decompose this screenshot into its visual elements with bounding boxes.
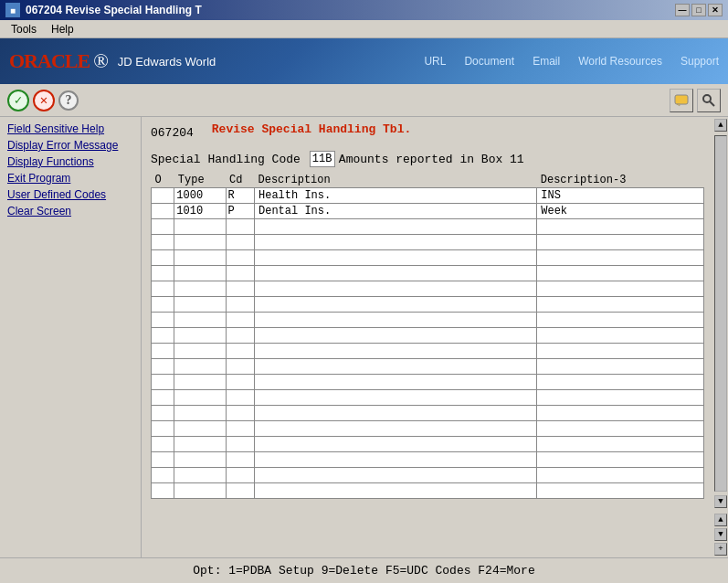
table-row[interactable]: 1000RHealth Ins.INS	[152, 188, 704, 204]
cell-cd[interactable]	[226, 281, 254, 297]
cell-description3[interactable]	[537, 437, 704, 452]
cell-cd[interactable]	[226, 297, 254, 313]
cell-o[interactable]	[152, 483, 174, 499]
cell-type[interactable]	[174, 266, 226, 281]
cell-description3[interactable]	[537, 468, 704, 483]
cell-o[interactable]	[152, 313, 174, 328]
search-button[interactable]	[697, 89, 721, 112]
cell-cd[interactable]	[226, 313, 254, 328]
cell-description[interactable]	[255, 483, 537, 499]
cell-description3[interactable]	[537, 219, 704, 235]
cell-o[interactable]	[152, 437, 174, 452]
cell-description3[interactable]	[537, 406, 704, 421]
cell-description3[interactable]: Week	[537, 204, 704, 219]
cell-description3[interactable]	[537, 297, 704, 313]
cell-description3[interactable]	[537, 328, 704, 344]
cell-cd[interactable]: R	[226, 188, 254, 204]
cell-o[interactable]	[152, 235, 174, 250]
table-row[interactable]	[152, 468, 704, 483]
cell-description[interactable]	[255, 266, 537, 281]
cell-description[interactable]	[255, 375, 537, 390]
cell-type[interactable]	[174, 375, 226, 390]
sidebar-item-display-error-message[interactable]: Display Error Message	[5, 137, 135, 154]
table-row[interactable]	[152, 437, 704, 452]
cell-o[interactable]	[152, 188, 174, 204]
cell-type[interactable]	[174, 359, 226, 375]
cell-o[interactable]	[152, 219, 174, 235]
cell-description3[interactable]	[537, 266, 704, 281]
cell-description[interactable]	[255, 468, 537, 483]
cell-cd[interactable]	[226, 235, 254, 250]
scroll-prev-button[interactable]: ▲	[714, 514, 727, 526]
cell-type[interactable]	[174, 390, 226, 406]
sidebar-item-user-defined-codes[interactable]: User Defined Codes	[5, 186, 135, 203]
cell-type[interactable]	[174, 219, 226, 235]
cell-description3[interactable]	[537, 390, 704, 406]
zoom-button[interactable]: +	[714, 543, 727, 556]
cell-cd[interactable]	[226, 406, 254, 421]
chat-button[interactable]	[670, 89, 693, 112]
cell-cd[interactable]	[226, 375, 254, 390]
cell-cd[interactable]	[226, 390, 254, 406]
cell-cd[interactable]	[226, 468, 254, 483]
cell-o[interactable]	[152, 266, 174, 281]
table-row[interactable]	[152, 297, 704, 313]
table-row[interactable]	[152, 359, 704, 375]
cell-cd[interactable]	[226, 421, 254, 437]
cell-o[interactable]	[152, 328, 174, 344]
cell-description[interactable]	[255, 452, 537, 468]
cell-description[interactable]	[255, 328, 537, 344]
cell-description3[interactable]	[537, 250, 704, 266]
table-row[interactable]	[152, 390, 704, 406]
cell-o[interactable]	[152, 452, 174, 468]
cell-description3[interactable]	[537, 313, 704, 328]
cell-o[interactable]	[152, 297, 174, 313]
cell-description[interactable]	[255, 235, 537, 250]
menu-tools[interactable]: Tools	[4, 21, 44, 37]
scroll-track[interactable]	[714, 135, 727, 492]
cell-description3[interactable]	[537, 359, 704, 375]
cell-type[interactable]	[174, 406, 226, 421]
cell-description[interactable]	[255, 281, 537, 297]
table-row[interactable]	[152, 452, 704, 468]
cell-type[interactable]	[174, 421, 226, 437]
cell-cd[interactable]	[226, 328, 254, 344]
close-button[interactable]: ✕	[708, 4, 723, 16]
cell-description[interactable]	[255, 297, 537, 313]
cell-type[interactable]	[174, 468, 226, 483]
sidebar-item-exit-program[interactable]: Exit Program	[5, 170, 135, 186]
table-row[interactable]	[152, 281, 704, 297]
cell-description[interactable]	[255, 421, 537, 437]
special-handling-code-input[interactable]	[310, 151, 335, 167]
cell-description3[interactable]	[537, 235, 704, 250]
cell-description3[interactable]	[537, 344, 704, 359]
table-row[interactable]	[152, 421, 704, 437]
cell-o[interactable]	[152, 281, 174, 297]
cell-cd[interactable]	[226, 250, 254, 266]
cell-cd[interactable]	[226, 483, 254, 499]
minimize-button[interactable]: —	[675, 4, 690, 16]
scroll-next-button[interactable]: ▼	[714, 528, 727, 541]
scroll-up-button[interactable]: ▲	[714, 119, 727, 132]
cell-description3[interactable]	[537, 375, 704, 390]
cell-type[interactable]: 1000	[174, 188, 226, 204]
cell-o[interactable]	[152, 375, 174, 390]
cell-description[interactable]	[255, 250, 537, 266]
table-row[interactable]	[152, 219, 704, 235]
cell-description3[interactable]	[537, 281, 704, 297]
cell-type[interactable]	[174, 281, 226, 297]
cell-type[interactable]: 1010	[174, 204, 226, 219]
sidebar-item-display-functions[interactable]: Display Functions	[5, 154, 135, 170]
cell-type[interactable]	[174, 437, 226, 452]
cell-type[interactable]	[174, 344, 226, 359]
cell-description3[interactable]: INS	[537, 188, 704, 204]
nav-document[interactable]: Document	[464, 55, 514, 68]
cell-o[interactable]	[152, 204, 174, 219]
cell-description[interactable]	[255, 390, 537, 406]
cancel-button[interactable]: ✕	[33, 90, 55, 111]
cell-o[interactable]	[152, 390, 174, 406]
table-row[interactable]	[152, 235, 704, 250]
cell-o[interactable]	[152, 250, 174, 266]
maximize-button[interactable]: □	[691, 4, 706, 16]
table-row[interactable]	[152, 328, 704, 344]
